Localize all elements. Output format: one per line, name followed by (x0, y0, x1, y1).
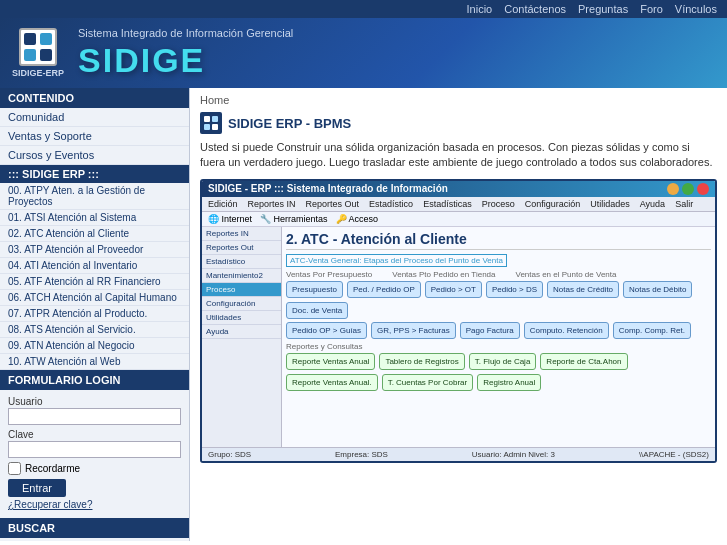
sim-toolbar-herramientas[interactable]: 🔧 Herramientas (260, 214, 328, 224)
login-remember-row: Recordarme (8, 462, 181, 475)
sim-sidebar-reportes-in[interactable]: Reportes IN (202, 227, 281, 241)
sim-menu-configuracion[interactable]: Configuración (525, 199, 581, 209)
sim-menu-estadisticas[interactable]: Estadísticas (423, 199, 472, 209)
sidebar-erp-9[interactable]: 09. ATN Atención al Negocio (0, 338, 189, 354)
nav-foro[interactable]: Foro (640, 3, 663, 15)
flow-box-pedido-ds[interactable]: Pedido > DS (486, 281, 543, 298)
sim-atc-subtitle: ATC-Venta General: Etapas del Proceso de… (286, 254, 507, 267)
report-ventas-anual[interactable]: Reporte Ventas Anual (286, 353, 375, 370)
flow-box-pago-factura[interactable]: Pago Factura (460, 322, 520, 339)
flow-box-comp-ret[interactable]: Comp. Comp. Ret. (613, 322, 691, 339)
sidebar-erp-8[interactable]: 08. ATS Atención al Servicio. (0, 322, 189, 338)
sim-status-servidor: \\APACHE - (SDS2) (639, 450, 709, 459)
sim-sidebar-reportes-out[interactable]: Reportes Out (202, 241, 281, 255)
header: SIDIGE-ERP Sistema Integrado de Informac… (0, 18, 727, 88)
sim-menu-utilidades[interactable]: Utilidades (590, 199, 630, 209)
sim-toolbar-acceso[interactable]: 🔑 Acceso (336, 214, 379, 224)
sim-titlebar-text: SIDIGE - ERP ::: Sistema Integrado de In… (208, 183, 448, 194)
sidebar-erp-title: ::: SIDIGE ERP ::: (0, 165, 189, 183)
label-ventas-tienda: Ventas Pto Pedido en Tienda (392, 270, 495, 279)
sim-menu-reportes-out[interactable]: Reportes Out (306, 199, 360, 209)
sim-toolbar: 🌐 Internet 🔧 Herramientas 🔑 Acceso (202, 212, 715, 227)
svg-rect-2 (24, 49, 36, 61)
sidebar-erp-6[interactable]: 06. ATCH Atención al Capital Humano (0, 290, 189, 306)
flow-box-notas-debito[interactable]: Notas de Débito (623, 281, 692, 298)
report-ventas-anual2[interactable]: Reporte Ventas Anual. (286, 374, 378, 391)
login-form: Usuario Clave Recordarme Entrar ¿Recuper… (0, 390, 189, 516)
sim-menu-edicion[interactable]: Edición (208, 199, 238, 209)
sidebar-erp-5[interactable]: 05. ATF Atención al RR Financiero (0, 274, 189, 290)
buscar-form: buscaR (0, 538, 189, 541)
login-clave-input[interactable] (8, 441, 181, 458)
sidebar-erp-10[interactable]: 10. ATW Atención al Web (0, 354, 189, 370)
header-title: SIDIGE (78, 41, 293, 80)
sim-flow-labels: Ventas Por Presupuesto Ventas Pto Pedido… (286, 270, 711, 279)
svg-rect-0 (24, 33, 36, 45)
sidebar-erp-1[interactable]: 01. ATSI Atención al Sistema (0, 210, 189, 226)
sim-btn-maximize[interactable] (682, 183, 694, 195)
flow-box-presupuesto[interactable]: Presupuesto (286, 281, 343, 298)
flow-box-ped-op[interactable]: Ped. / Pedido OP (347, 281, 421, 298)
flow-box-notas-credito[interactable]: Notas de Crédito (547, 281, 619, 298)
sidebar-item-ventas[interactable]: Ventas y Soporte (0, 127, 189, 146)
sim-btn-close[interactable] (697, 183, 709, 195)
sim-menu-reportes-in[interactable]: Reportes IN (248, 199, 296, 209)
flow-box-computo-retencion[interactable]: Computo. Retención (524, 322, 609, 339)
main-content: Home SIDIGE ERP - BPMS Usted si puede Co… (190, 88, 727, 541)
sim-main-content: 2. ATC - Atención al Cliente ATC-Venta G… (282, 227, 715, 447)
sim-menu-salir[interactable]: Salir (675, 199, 693, 209)
sim-btn-minimize[interactable] (667, 183, 679, 195)
report-cuentas-cobrar[interactable]: T. Cuentas Por Cobrar (382, 374, 474, 391)
flow-box-pedido-ot[interactable]: Pedido > OT (425, 281, 482, 298)
login-remember-checkbox[interactable] (8, 462, 21, 475)
sidebar-item-cursos[interactable]: Cursos y Eventos (0, 146, 189, 165)
report-row: Reporte Ventas Anual Tablero de Registro… (286, 353, 711, 391)
logo-icon (19, 28, 57, 66)
report-flujo-caja[interactable]: T. Flujo de Caja (469, 353, 537, 370)
sim-menu-ayuda[interactable]: Ayuda (640, 199, 665, 209)
sim-body: Reportes IN Reportes Out Estadístico Man… (202, 227, 715, 447)
login-button[interactable]: Entrar (8, 479, 66, 497)
sim-menu-estadistico[interactable]: Estadístico (369, 199, 413, 209)
buscar-title: BUSCAR (0, 518, 189, 538)
sidebar: CONTENIDO Comunidad Ventas y Soporte Cur… (0, 88, 190, 541)
report-registro-anual[interactable]: Registro Anual (477, 374, 541, 391)
sidebar-erp-0[interactable]: 00. ATPY Aten. a la Gestión de Proyectos (0, 183, 189, 210)
sim-sidebar-estadistico[interactable]: Estadístico (202, 255, 281, 269)
sim-menu-proceso[interactable]: Proceso (482, 199, 515, 209)
flow-row-2: Pedido OP > Guías GR, PPS > Facturas Pag… (286, 322, 711, 339)
report-tablero[interactable]: Tablero de Registros (379, 353, 464, 370)
nav-contactenos[interactable]: Contáctenos (504, 3, 566, 15)
sidebar-erp-7[interactable]: 07. ATPR Atención al Producto. (0, 306, 189, 322)
sim-sidebar-proceso[interactable]: Proceso (202, 283, 281, 297)
nav-inicio[interactable]: Inicio (467, 3, 493, 15)
login-usuario-label: Usuario (8, 396, 181, 407)
report-cta-ahon[interactable]: Reporte de Cta.Ahon (540, 353, 627, 370)
nav-vinculos[interactable]: Vínculos (675, 3, 717, 15)
sidebar-item-comunidad[interactable]: Comunidad (0, 108, 189, 127)
svg-rect-3 (40, 49, 52, 61)
sim-sidebar-configuracion[interactable]: Configuración (202, 297, 281, 311)
section-title: SIDIGE ERP - BPMS (228, 116, 351, 131)
sidebar-contenido-title: CONTENIDO (0, 88, 189, 108)
flow-box-gr-facturas[interactable]: GR, PPS > Facturas (371, 322, 456, 339)
label-ventas-presupuesto: Ventas Por Presupuesto (286, 270, 372, 279)
sidebar-erp-3[interactable]: 03. ATP Atención al Proveedor (0, 242, 189, 258)
sim-report-label: Reportes y Consultas (286, 342, 711, 351)
breadcrumb: Home (200, 94, 717, 106)
flow-box-pedido-guias[interactable]: Pedido OP > Guías (286, 322, 367, 339)
flow-row-1: Presupuesto Ped. / Pedido OP Pedido > OT… (286, 281, 711, 319)
sim-sidebar-ayuda[interactable]: Ayuda (202, 325, 281, 339)
svg-rect-4 (204, 116, 210, 122)
sim-sidebar-utilidades[interactable]: Utilidades (202, 311, 281, 325)
flow-box-doc-venta[interactable]: Doc. de Venta (286, 302, 348, 319)
sidebar-erp-2[interactable]: 02. ATC Atención al Cliente (0, 226, 189, 242)
nav-preguntas[interactable]: Preguntas (578, 3, 628, 15)
sim-titlebar: SIDIGE - ERP ::: Sistema Integrado de In… (202, 181, 715, 197)
login-usuario-input[interactable] (8, 408, 181, 425)
sim-content-title: 2. ATC - Atención al Cliente (286, 231, 711, 250)
sim-sidebar-mantenimiento[interactable]: Mantenimiento2 (202, 269, 281, 283)
sidebar-erp-4[interactable]: 04. ATI Atención al Inventario (0, 258, 189, 274)
sim-toolbar-internet[interactable]: 🌐 Internet (208, 214, 252, 224)
login-recovery-link[interactable]: ¿Recuperar clave? (8, 499, 181, 510)
